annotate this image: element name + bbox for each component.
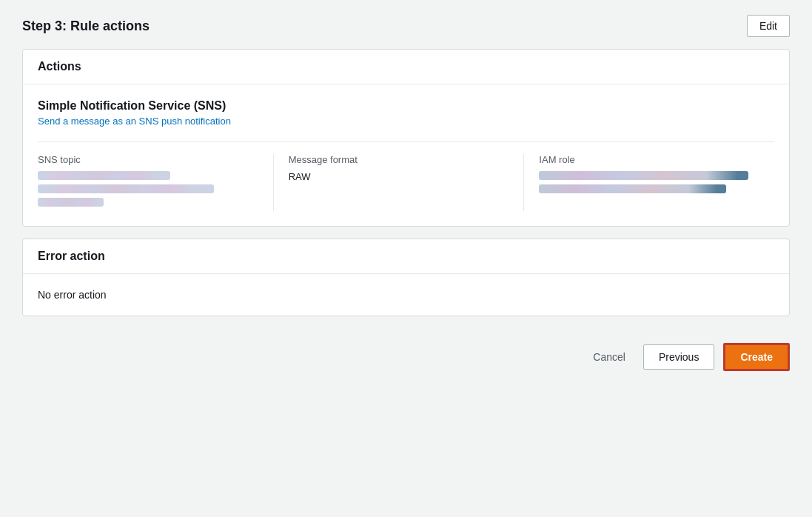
sns-section: Simple Notification Service (SNS) Send a… <box>23 84 789 226</box>
iam-role-field: IAM role <box>539 154 774 211</box>
iam-role-label: IAM role <box>539 154 759 165</box>
blurred-line-2 <box>38 184 214 193</box>
message-format-label: Message format <box>289 154 509 165</box>
actions-header-title: Actions <box>38 60 774 73</box>
footer: Cancel Previous Create <box>22 328 790 371</box>
iam-blurred-line-1 <box>539 171 748 180</box>
actions-card: Actions Simple Notification Service (SNS… <box>22 49 790 227</box>
error-action-card: Error action No error action <box>22 239 790 316</box>
step-header: Step 3: Rule actions Edit <box>22 15 790 37</box>
no-error-action: No error action <box>23 274 789 316</box>
step-title: Step 3: Rule actions <box>22 19 150 34</box>
sns-subtitle: Send a message as an SNS push notificati… <box>38 116 774 127</box>
sns-title: Simple Notification Service (SNS) <box>38 99 774 113</box>
message-format-field: Message format RAW <box>289 154 525 211</box>
message-format-value: RAW <box>289 171 509 182</box>
iam-blurred-line-2 <box>539 184 726 193</box>
create-button[interactable]: Create <box>723 343 790 371</box>
sns-topic-field: SNS topic <box>38 154 274 211</box>
error-action-header: Error action <box>23 239 789 274</box>
sns-topic-label: SNS topic <box>38 154 258 165</box>
sns-topic-value <box>38 171 258 207</box>
blurred-line-1 <box>38 171 170 180</box>
edit-button[interactable]: Edit <box>747 15 790 37</box>
error-action-title: Error action <box>38 250 774 263</box>
previous-button[interactable]: Previous <box>643 344 714 370</box>
cancel-button[interactable]: Cancel <box>584 345 634 369</box>
actions-card-header: Actions <box>23 50 789 84</box>
sns-fields: SNS topic Message format RAW IAM role <box>38 141 774 211</box>
iam-role-value <box>539 171 759 193</box>
blurred-line-3 <box>38 198 104 207</box>
